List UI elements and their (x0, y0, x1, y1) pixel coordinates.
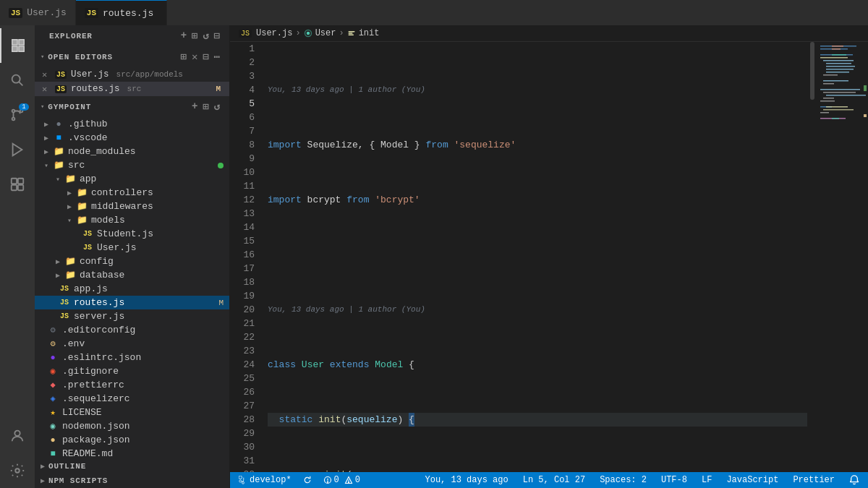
tree-env[interactable]: ⚙ .env (35, 337, 229, 351)
gympoint-header[interactable]: ▾ GYMPOINT + ⊞ ↺ (35, 96, 229, 117)
open-editor-routes-js-label: routes.js (71, 84, 120, 94)
outline-section[interactable]: ▶ OUTLINE (35, 459, 229, 474)
tree-database[interactable]: ▶ 📁 database (35, 268, 229, 282)
open-editors-header[interactable]: ▾ OPEN EDITORS ⊞ ✕ ⊟ ⋯ (35, 46, 229, 67)
student-js-icon: JS (81, 230, 94, 238)
middlewares-icon: 📁 (75, 201, 88, 212)
ln-6: 6 (230, 111, 255, 124)
tree-student-js[interactable]: JS Student.js (35, 227, 229, 241)
activity-explorer[interactable] (0, 28, 35, 63)
tree-vscode[interactable]: ▶ ■ .vscode (35, 131, 229, 145)
activity-settings[interactable] (0, 453, 35, 488)
code-content[interactable]: You, 13 days ago | 1 author (You) import… (262, 42, 807, 472)
new-folder-icon[interactable]: ⊞ (192, 30, 198, 42)
eol-item[interactable]: LF (699, 475, 715, 485)
svg-rect-17 (348, 31, 354, 33)
svg-rect-11 (18, 179, 23, 184)
open-editor-routes-js[interactable]: ✕ JS routes.js src M (35, 82, 229, 96)
tree-app-js[interactable]: JS app.js (35, 282, 229, 296)
svg-rect-24 (832, 48, 841, 50)
tree-controllers[interactable]: ▶ 📁 controllers (35, 186, 229, 200)
routes-modified-dot: M (216, 85, 221, 93)
close-all-icon[interactable]: ✕ (192, 51, 198, 63)
cursor-item[interactable]: Ln 5, Col 27 (520, 475, 588, 485)
close-editor-icon[interactable]: ✕ (42, 69, 47, 80)
new-file-project-icon[interactable]: + (192, 100, 198, 113)
tree-user-js[interactable]: JS User.js (35, 241, 229, 254)
collapse-icon[interactable]: ⊟ (214, 30, 221, 42)
tree-server-js[interactable]: JS server.js (35, 309, 229, 323)
save-all-icon[interactable]: ⊞ (181, 51, 187, 63)
js-icon: JS (9, 8, 22, 18)
tree-github[interactable]: ▶ ● .github (35, 117, 229, 131)
tree-sequelizerc[interactable]: ◈ .sequelizerc (35, 392, 229, 406)
ln-4: 4 (230, 83, 255, 97)
close-editor-routes-icon[interactable]: ✕ (42, 84, 47, 95)
language-item[interactable]: JavaScript (723, 475, 781, 485)
dots-icon[interactable]: ⋯ (214, 51, 221, 63)
models-label: models (91, 215, 229, 226)
app-label: app (80, 174, 229, 184)
status-left: develop* 0 0 (236, 475, 363, 485)
git-info: You, 13 days ago (425, 475, 509, 485)
new-folder-project-icon[interactable]: ⊞ (203, 100, 209, 113)
tree-config[interactable]: ▶ 📁 config (35, 254, 229, 268)
branch-item[interactable]: develop* (236, 475, 294, 485)
activity-debug[interactable] (0, 132, 35, 167)
new-file-icon[interactable]: + (181, 30, 187, 42)
npm-arrow: ▶ (41, 476, 46, 485)
npm-section[interactable]: ▶ NPM SCRIPTS (35, 474, 229, 488)
spaces-item[interactable]: Spaces: 2 (597, 475, 650, 485)
tree-gitignore[interactable]: ◉ .gitignore (35, 364, 229, 378)
ln-14: 14 (230, 221, 255, 234)
open-editor-user-js[interactable]: ✕ JS User.js src/app/models (35, 67, 229, 82)
errors-item[interactable]: 0 0 (320, 475, 363, 485)
tree-license[interactable]: ★ LICENSE (35, 406, 229, 419)
encoding-item[interactable]: UTF-8 (658, 475, 690, 485)
sequelizerc-label: .sequelizerc (62, 393, 229, 404)
code-line-1: import Sequelize, { Model } from 'sequel… (268, 138, 807, 152)
git-info-item[interactable]: You, 13 days ago (422, 475, 511, 485)
ln-31: 31 (230, 454, 255, 468)
refresh-icon[interactable]: ↺ (203, 30, 209, 42)
split-icon[interactable]: ⊟ (203, 51, 209, 63)
scroll-gutter[interactable] (807, 42, 817, 472)
database-label: database (80, 270, 229, 281)
tree-prettierrc[interactable]: ◆ .prettierrc (35, 378, 229, 392)
explorer-header: EXPLORER + ⊞ ↺ ⊟ (35, 25, 229, 46)
tab-routes-js[interactable]: JS routes.js (76, 0, 167, 25)
tree-app[interactable]: ▾ 📁 app (35, 172, 229, 186)
student-js-label: Student.js (97, 228, 229, 239)
ln-25: 25 (230, 372, 255, 385)
tree-node-modules[interactable]: ▶ 📁 node_modules (35, 145, 229, 158)
svg-rect-30 (826, 66, 855, 67)
activity-extensions[interactable] (0, 167, 35, 202)
activity-search[interactable] (0, 63, 35, 98)
notification-item[interactable] (846, 475, 862, 485)
tree-models[interactable]: ▾ 📁 models (35, 213, 229, 227)
svg-point-4 (12, 75, 20, 83)
ln-26: 26 (230, 385, 255, 399)
spaces-value: Spaces: 2 (600, 475, 647, 485)
tree-package-json[interactable]: ● package.json (35, 433, 229, 447)
tree-readme[interactable]: ■ README.md (35, 447, 229, 459)
svg-rect-40 (820, 100, 835, 102)
tree-src[interactable]: ▾ 📁 src (35, 158, 229, 172)
tab-user-js[interactable]: JS User.js (0, 0, 76, 25)
tree-editorconfig[interactable]: ⚙ .editorconfig (35, 323, 229, 337)
tree-eslint[interactable]: ● .eslintrc.json (35, 351, 229, 364)
activity-git[interactable]: 1 (0, 98, 35, 132)
minimap-svg (817, 42, 868, 472)
tab-routes-js-label: routes.js (103, 8, 153, 19)
svg-point-15 (15, 468, 20, 473)
tree-middlewares[interactable]: ▶ 📁 middlewares (35, 200, 229, 213)
arrow-config: ▶ (52, 257, 64, 266)
formatter-item[interactable]: Prettier (790, 475, 838, 485)
sync-item[interactable] (300, 476, 315, 484)
scroll-thumb[interactable] (810, 42, 814, 100)
refresh-project-icon[interactable]: ↺ (214, 100, 221, 113)
tree-nodemon[interactable]: ◉ nodemon.json (35, 419, 229, 433)
activity-avatar[interactable] (0, 419, 35, 453)
blame-line-4: You, 13 days ago | 1 author (You) (268, 303, 807, 317)
tree-routes-js[interactable]: JS routes.js M (35, 296, 229, 309)
